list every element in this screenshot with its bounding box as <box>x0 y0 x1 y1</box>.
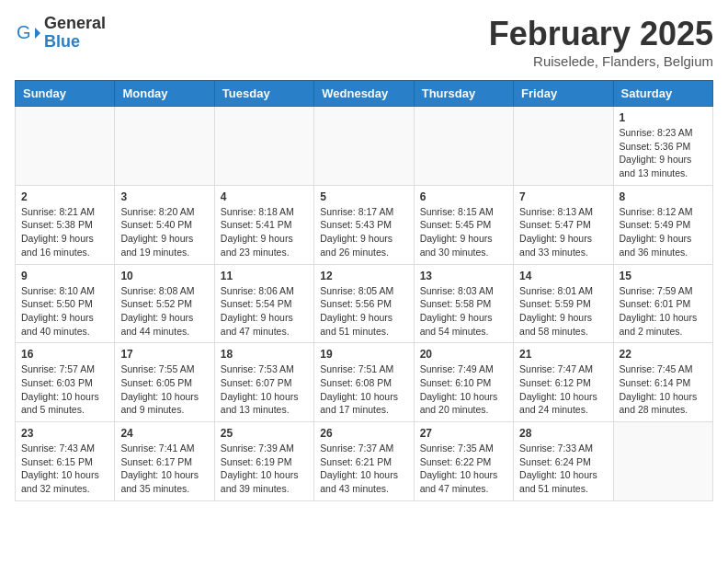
calendar-cell: 23Sunrise: 7:43 AM Sunset: 6:15 PM Dayli… <box>16 422 115 501</box>
days-of-week-row: SundayMondayTuesdayWednesdayThursdayFrid… <box>16 81 713 107</box>
calendar-cell: 4Sunrise: 8:18 AM Sunset: 5:41 PM Daylig… <box>214 185 313 264</box>
calendar-cell: 6Sunrise: 8:15 AM Sunset: 5:45 PM Daylig… <box>414 185 513 264</box>
day-number: 3 <box>120 190 208 203</box>
svg-text:G: G <box>17 22 31 42</box>
day-info: Sunrise: 7:37 AM Sunset: 6:21 PM Dayligh… <box>320 442 407 496</box>
calendar-cell: 9Sunrise: 8:10 AM Sunset: 5:50 PM Daylig… <box>16 264 115 343</box>
day-number: 22 <box>620 348 707 361</box>
day-info: Sunrise: 8:06 AM Sunset: 5:54 PM Dayligh… <box>221 284 308 339</box>
header: G General Blue February 2025 Ruiselede, … <box>15 15 713 69</box>
calendar-cell: 3Sunrise: 8:20 AM Sunset: 5:40 PM Daylig… <box>115 185 214 264</box>
day-info: Sunrise: 7:33 AM Sunset: 6:24 PM Dayligh… <box>519 442 607 496</box>
day-info: Sunrise: 8:20 AM Sunset: 5:40 PM Dayligh… <box>120 205 208 259</box>
calendar-cell: 21Sunrise: 7:47 AM Sunset: 6:12 PM Dayli… <box>514 343 613 422</box>
calendar-cell: 12Sunrise: 8:05 AM Sunset: 5:56 PM Dayli… <box>314 264 414 343</box>
day-info: Sunrise: 7:43 AM Sunset: 6:15 PM Dayligh… <box>21 442 108 496</box>
calendar-cell: 22Sunrise: 7:45 AM Sunset: 6:14 PM Dayli… <box>613 343 712 422</box>
day-number: 28 <box>519 427 607 440</box>
week-row-3: 9Sunrise: 8:10 AM Sunset: 5:50 PM Daylig… <box>16 264 713 343</box>
day-header-sunday: Sunday <box>16 81 115 107</box>
day-info: Sunrise: 7:59 AM Sunset: 6:01 PM Dayligh… <box>620 284 707 339</box>
logo: G General Blue <box>15 15 106 52</box>
day-header-tuesday: Tuesday <box>214 81 313 107</box>
svg-marker-1 <box>35 28 40 39</box>
calendar-cell: 15Sunrise: 7:59 AM Sunset: 6:01 PM Dayli… <box>613 264 712 343</box>
calendar-cell: 5Sunrise: 8:17 AM Sunset: 5:43 PM Daylig… <box>314 185 414 264</box>
day-number: 19 <box>320 348 407 361</box>
day-number: 27 <box>420 427 507 440</box>
calendar-cell <box>115 107 214 186</box>
day-number: 23 <box>21 427 108 440</box>
logo-text: General Blue <box>44 15 106 52</box>
calendar-cell: 19Sunrise: 7:51 AM Sunset: 6:08 PM Dayli… <box>314 343 414 422</box>
day-number: 9 <box>21 270 108 282</box>
calendar-cell: 13Sunrise: 8:03 AM Sunset: 5:58 PM Dayli… <box>414 264 513 343</box>
day-info: Sunrise: 8:10 AM Sunset: 5:50 PM Dayligh… <box>21 284 108 339</box>
day-number: 10 <box>120 270 208 282</box>
day-number: 16 <box>21 348 108 361</box>
day-header-saturday: Saturday <box>613 81 712 107</box>
day-info: Sunrise: 8:12 AM Sunset: 5:49 PM Dayligh… <box>620 205 707 259</box>
day-number: 15 <box>620 270 707 282</box>
calendar-cell: 7Sunrise: 8:13 AM Sunset: 5:47 PM Daylig… <box>514 185 613 264</box>
calendar-cell: 2Sunrise: 8:21 AM Sunset: 5:38 PM Daylig… <box>16 185 115 264</box>
day-info: Sunrise: 8:03 AM Sunset: 5:58 PM Dayligh… <box>420 284 507 339</box>
logo-icon: G <box>15 20 40 46</box>
day-number: 24 <box>120 427 208 440</box>
day-info: Sunrise: 8:05 AM Sunset: 5:56 PM Dayligh… <box>320 284 407 339</box>
calendar-cell: 28Sunrise: 7:33 AM Sunset: 6:24 PM Dayli… <box>514 422 613 501</box>
calendar-cell: 24Sunrise: 7:41 AM Sunset: 6:17 PM Dayli… <box>115 422 214 501</box>
day-info: Sunrise: 8:13 AM Sunset: 5:47 PM Dayligh… <box>519 205 607 259</box>
logo-general-text: General <box>44 15 106 33</box>
day-info: Sunrise: 8:18 AM Sunset: 5:41 PM Dayligh… <box>221 205 308 259</box>
calendar-cell: 18Sunrise: 7:53 AM Sunset: 6:07 PM Dayli… <box>214 343 313 422</box>
calendar-cell <box>314 107 414 186</box>
day-header-friday: Friday <box>514 81 613 107</box>
calendar-cell <box>414 107 513 186</box>
week-row-2: 2Sunrise: 8:21 AM Sunset: 5:38 PM Daylig… <box>16 185 713 264</box>
day-info: Sunrise: 7:45 AM Sunset: 6:14 PM Dayligh… <box>620 362 707 417</box>
day-number: 17 <box>120 348 208 361</box>
day-number: 2 <box>21 190 108 203</box>
calendar-cell <box>16 107 115 186</box>
day-info: Sunrise: 7:53 AM Sunset: 6:07 PM Dayligh… <box>221 362 308 417</box>
calendar-cell: 17Sunrise: 7:55 AM Sunset: 6:05 PM Dayli… <box>115 343 214 422</box>
calendar-cell: 11Sunrise: 8:06 AM Sunset: 5:54 PM Dayli… <box>214 264 313 343</box>
day-info: Sunrise: 8:08 AM Sunset: 5:52 PM Dayligh… <box>120 284 208 339</box>
day-header-wednesday: Wednesday <box>314 81 414 107</box>
calendar-cell: 20Sunrise: 7:49 AM Sunset: 6:10 PM Dayli… <box>414 343 513 422</box>
day-number: 4 <box>221 190 308 203</box>
day-info: Sunrise: 8:15 AM Sunset: 5:45 PM Dayligh… <box>420 205 507 259</box>
day-info: Sunrise: 8:21 AM Sunset: 5:38 PM Dayligh… <box>21 205 108 259</box>
day-number: 5 <box>320 190 407 203</box>
day-number: 25 <box>221 427 308 440</box>
day-info: Sunrise: 8:01 AM Sunset: 5:59 PM Dayligh… <box>519 284 607 339</box>
day-header-thursday: Thursday <box>414 81 513 107</box>
day-number: 1 <box>620 111 707 124</box>
day-info: Sunrise: 8:17 AM Sunset: 5:43 PM Dayligh… <box>320 205 407 259</box>
day-number: 26 <box>320 427 407 440</box>
calendar-cell: 8Sunrise: 8:12 AM Sunset: 5:49 PM Daylig… <box>613 185 712 264</box>
day-number: 18 <box>221 348 308 361</box>
day-info: Sunrise: 7:57 AM Sunset: 6:03 PM Dayligh… <box>21 362 108 417</box>
day-header-monday: Monday <box>115 81 214 107</box>
logo-blue-text: Blue <box>44 33 106 52</box>
calendar-cell <box>514 107 613 186</box>
day-info: Sunrise: 7:51 AM Sunset: 6:08 PM Dayligh… <box>320 362 407 417</box>
calendar-cell: 1Sunrise: 8:23 AM Sunset: 5:36 PM Daylig… <box>613 107 712 186</box>
day-number: 8 <box>620 190 707 203</box>
day-number: 12 <box>320 270 407 282</box>
day-number: 11 <box>221 270 308 282</box>
calendar-cell <box>613 422 712 501</box>
day-info: Sunrise: 7:41 AM Sunset: 6:17 PM Dayligh… <box>120 442 208 496</box>
week-row-1: 1Sunrise: 8:23 AM Sunset: 5:36 PM Daylig… <box>16 107 713 186</box>
day-info: Sunrise: 7:35 AM Sunset: 6:22 PM Dayligh… <box>420 442 507 496</box>
title-area: February 2025 Ruiselede, Flanders, Belgi… <box>489 15 713 69</box>
day-number: 20 <box>420 348 507 361</box>
day-number: 14 <box>519 270 607 282</box>
calendar-header: SundayMondayTuesdayWednesdayThursdayFrid… <box>16 81 713 107</box>
week-row-5: 23Sunrise: 7:43 AM Sunset: 6:15 PM Dayli… <box>16 422 713 501</box>
month-title: February 2025 <box>489 15 713 53</box>
calendar-cell: 25Sunrise: 7:39 AM Sunset: 6:19 PM Dayli… <box>214 422 313 501</box>
day-number: 21 <box>519 348 607 361</box>
